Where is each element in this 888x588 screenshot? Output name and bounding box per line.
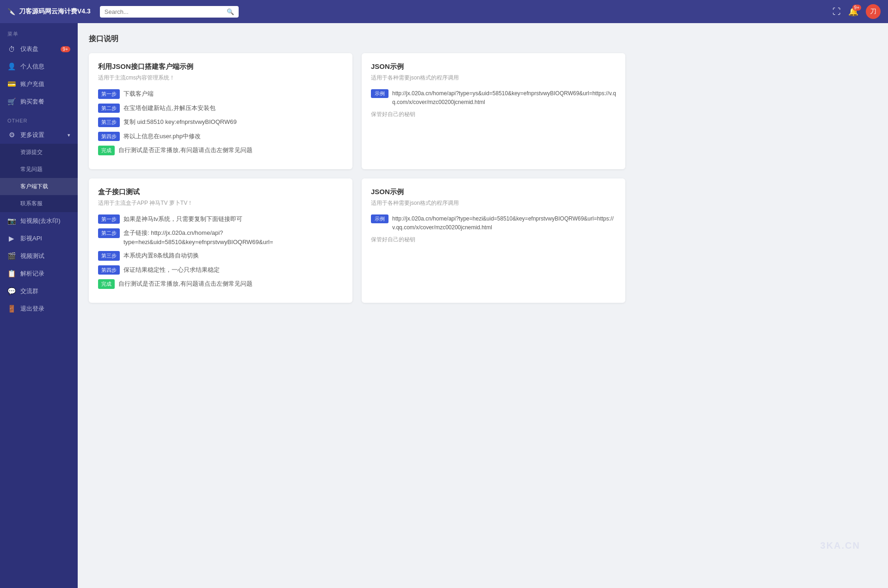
avatar-letter: 刀: [870, 7, 876, 16]
api-label-1: 示例: [371, 89, 388, 98]
api-row-1: 示例 http://jx.020a.cn/home/api?type=ys&ui…: [371, 89, 616, 107]
box-step-4: 第四步 保证结果稳定性，一心只求结果稳定: [98, 265, 343, 275]
card-json-example-1-subtitle: 适用于各种需要json格式的程序调用: [371, 74, 616, 82]
sidebar-label-contact: 联系客服: [20, 200, 43, 208]
card-json-example-1-title: JSON示例: [371, 62, 616, 71]
sidebar-item-short-video[interactable]: 📷 短视频(去水印): [0, 212, 78, 230]
logout-icon: 🚪: [7, 305, 16, 313]
search-input[interactable]: [105, 8, 224, 15]
card-json-example-2-subtitle: 适用于各种需要json格式的程序调用: [371, 199, 616, 207]
card-box-test-title: 盒子接口测试: [98, 188, 343, 196]
sidebar-label-more-settings: 更多设置: [20, 131, 44, 139]
box-step-badge-3: 第三步: [98, 251, 120, 261]
step-text-2: 在宝塔创建新站点,并解压本安装包: [123, 104, 216, 113]
video-test-icon: 🎬: [7, 252, 16, 260]
sidebar-item-more-settings[interactable]: ⚙ 更多设置 ▾: [0, 126, 78, 144]
sidebar-item-profile[interactable]: 👤 个人信息: [0, 58, 78, 75]
box-step-done: 完成 自行测试是否正常播放,有问题请点击左侧常见问题: [98, 279, 343, 289]
step-2: 第二步 在宝塔创建新站点,并解压本安装包: [98, 104, 343, 113]
cards-grid: 利用JSON接口搭建客户端示例 适用于主流cms内容管理系统！ 第一步 下载客户…: [89, 53, 625, 303]
sidebar-item-faq[interactable]: 常见问题: [0, 161, 78, 178]
card-json-example-1: JSON示例 适用于各种需要json格式的程序调用 示例 http://jx.0…: [362, 53, 625, 169]
step-text-done-1: 自行测试是否正常播放,有问题请点击左侧常见问题: [118, 146, 253, 155]
step-badge-3: 第三步: [98, 117, 120, 127]
app-logo: 🔪 刀客源码网云海计费V4.3: [7, 7, 91, 16]
api-url-2: http://jx.020a.cn/home/api?type=hezi&uid…: [392, 214, 616, 232]
step-text-3: 复制 uid:58510 key:efnprstvwyBIOQRW69: [123, 117, 237, 127]
sidebar-label-movie-api: 影视API: [20, 234, 42, 243]
sidebar-item-client-download[interactable]: 客户端下载: [0, 178, 78, 195]
sidebar-label-client-download: 客户端下载: [20, 183, 48, 190]
box-step-1: 第一步 如果是神马tv系统，只需要复制下面链接即可: [98, 214, 343, 224]
step-badge-done-1: 完成: [98, 146, 115, 155]
sidebar-label-faq: 常见问题: [20, 165, 43, 173]
step-4: 第四步 将以上信息在user.php中修改: [98, 132, 343, 141]
profile-icon: 👤: [7, 62, 16, 71]
logo-icon: 🔪: [7, 8, 15, 15]
search-icon[interactable]: 🔍: [227, 8, 234, 15]
menu-section-title: 菜单: [0, 23, 78, 40]
sidebar-item-recharge[interactable]: 💳 账户充值: [0, 75, 78, 93]
card-json-example-2-title: JSON示例: [371, 188, 616, 196]
step-badge-4: 第四步: [98, 132, 120, 141]
settings-submenu: 资源提交 常见问题 客户端下载 联系客服: [0, 144, 78, 212]
dashboard-icon: ⏱: [7, 45, 16, 53]
sidebar-label-packages: 购买套餐: [20, 98, 44, 106]
dashboard-badge: 9+: [61, 46, 70, 52]
sidebar-item-dashboard[interactable]: ⏱ 仪表盘 9+: [0, 40, 78, 58]
card-json-client-subtitle: 适用于主流cms内容管理系统！: [98, 74, 343, 82]
avatar[interactable]: 刀: [866, 4, 881, 19]
box-step-text-1: 如果是神马tv系统，只需要复制下面链接即可: [123, 214, 242, 224]
sidebar-item-packages[interactable]: 🛒 购买套餐: [0, 93, 78, 110]
sidebar-item-logout[interactable]: 🚪 退出登录: [0, 300, 78, 318]
sidebar-label-resource-submit: 资源提交: [20, 148, 43, 156]
chevron-down-icon: ▾: [68, 132, 70, 138]
sidebar-item-video-test[interactable]: 🎬 视频测试: [0, 247, 78, 265]
main-content: 接口说明 利用JSON接口搭建客户端示例 适用于主流cms内容管理系统！ 第一步…: [78, 23, 888, 588]
sidebar-label-recharge: 账户充值: [20, 80, 44, 88]
search-box: 🔍: [100, 6, 239, 18]
step-text-4: 将以上信息在user.php中修改: [123, 132, 201, 141]
box-step-2: 第二步 盒子链接: http://jx.020a.cn/home/api?typ…: [98, 228, 343, 246]
card-json-client: 利用JSON接口搭建客户端示例 适用于主流cms内容管理系统！ 第一步 下载客户…: [89, 53, 352, 169]
box-step-text-3: 本系统内置8条线路自动切换: [123, 251, 199, 260]
recharge-icon: 💳: [7, 80, 16, 88]
sidebar-label-logout: 退出登录: [20, 305, 44, 313]
community-icon: 💬: [7, 287, 16, 295]
page-title: 接口说明: [89, 34, 877, 44]
sidebar-label-short-video: 短视频(去水印): [20, 217, 61, 225]
step-1: 第一步 下载客户端: [98, 89, 343, 99]
sidebar-item-community[interactable]: 💬 交流群: [0, 282, 78, 300]
packages-icon: 🛒: [7, 98, 16, 106]
settings-icon: ⚙: [7, 131, 16, 139]
fullscreen-button[interactable]: ⛶: [832, 7, 841, 17]
box-step-badge-done: 完成: [98, 279, 115, 289]
sidebar-item-movie-api[interactable]: ▶ 影视API: [0, 230, 78, 247]
box-step-text-done: 自行测试是否正常播放,有问题请点击左侧常见问题: [118, 279, 253, 288]
sidebar-label-dashboard: 仪表盘: [20, 45, 38, 53]
sidebar-label-community: 交流群: [20, 287, 38, 295]
step-badge-1: 第一步: [98, 89, 120, 99]
short-video-icon: 📷: [7, 217, 16, 225]
api-url-1: http://jx.020a.cn/home/api?type=ys&uid=5…: [392, 89, 616, 107]
sidebar-label-parse-log: 解析记录: [20, 270, 44, 278]
api-note-2: 保管好自己的秘钥: [371, 236, 616, 244]
step-text-1: 下载客户端: [123, 89, 154, 98]
step-badge-2: 第二步: [98, 104, 120, 113]
step-done-1: 完成 自行测试是否正常播放,有问题请点击左侧常见问题: [98, 146, 343, 155]
card-box-test: 盒子接口测试 适用于主流盒子APP 神马TV 萝卜TV！ 第一步 如果是神马tv…: [89, 178, 352, 303]
sidebar-item-resource-submit[interactable]: 资源提交: [0, 144, 78, 161]
sidebar-item-contact[interactable]: 联系客服: [0, 195, 78, 212]
card-json-client-title: 利用JSON接口搭建客户端示例: [98, 62, 343, 71]
card-json-example-2: JSON示例 适用于各种需要json格式的程序调用 示例 http://jx.0…: [362, 178, 625, 303]
box-step-badge-1: 第一步: [98, 214, 120, 224]
sidebar-item-parse-log[interactable]: 📋 解析记录: [0, 265, 78, 282]
api-label-2: 示例: [371, 214, 388, 223]
box-step-text-2: 盒子链接: http://jx.020a.cn/home/api?type=he…: [123, 228, 343, 246]
header-right: ⛶ 🔔 9+ 刀: [832, 4, 881, 19]
movie-api-icon: ▶: [7, 234, 16, 243]
box-step-text-4: 保证结果稳定性，一心只求结果稳定: [123, 265, 220, 275]
step-3: 第三步 复制 uid:58510 key:efnprstvwyBIOQRW69: [98, 117, 343, 127]
notification-badge: 9+: [852, 5, 861, 11]
notification-button[interactable]: 🔔 9+: [848, 6, 858, 17]
